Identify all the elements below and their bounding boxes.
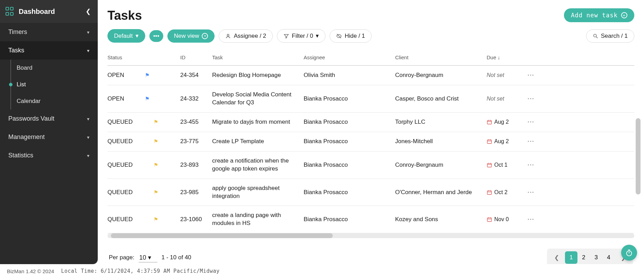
horizontal-scrollbar[interactable]: [107, 233, 634, 238]
view-default-button[interactable]: Default ▾: [107, 29, 145, 43]
chevron-down-icon: ▾: [87, 153, 89, 158]
table-row[interactable]: QUEUED ⚑ 23-893 create a notification wh…: [107, 151, 634, 179]
task-title[interactable]: create a notification when the google ap…: [212, 157, 304, 173]
sidebar-group-management[interactable]: Management ▾: [0, 128, 98, 146]
column-due[interactable]: Due ↓: [487, 54, 524, 60]
filter-icon: [284, 33, 289, 39]
table-row[interactable]: QUEUED ⚑ 23-1060 create a landing page w…: [107, 206, 634, 233]
assignee-name[interactable]: Bianka Prosacco: [304, 138, 395, 145]
due-cell[interactable]: Aug 2: [487, 138, 524, 145]
row-more-button[interactable]: ···: [524, 216, 538, 223]
task-title[interactable]: Create LP Template: [212, 138, 304, 146]
per-page-select[interactable]: 10 ▾: [139, 253, 157, 262]
flag-icon[interactable]: ⚑: [154, 138, 158, 145]
sidebar-group-statistics[interactable]: Statistics ▾: [0, 146, 98, 165]
client-name[interactable]: Kozey and Sons: [395, 216, 487, 223]
timer-fab-button[interactable]: [621, 245, 637, 261]
pager-page-button[interactable]: 1: [565, 251, 577, 264]
pager-page-button[interactable]: 3: [590, 251, 602, 264]
svg-rect-12: [487, 163, 491, 167]
sidebar-group-tasks[interactable]: Tasks ▾: [0, 41, 98, 60]
row-more-button[interactable]: ···: [524, 119, 538, 125]
new-view-button[interactable]: New view +: [167, 29, 215, 43]
task-title[interactable]: Develop Social Media Content Calendar fo…: [212, 91, 304, 107]
calendar-icon: [487, 162, 492, 168]
row-more-button[interactable]: ···: [524, 72, 538, 79]
task-title[interactable]: create a landing page with modules in HS: [212, 211, 304, 227]
task-title[interactable]: apply google spreadsheet integration: [212, 184, 304, 200]
client-name[interactable]: Torphy LLC: [395, 119, 487, 125]
column-status[interactable]: Status: [107, 54, 180, 60]
sidebar-group-label: Timers: [8, 28, 27, 36]
sidebar-group-label: Passwords Vault: [8, 115, 54, 122]
row-more-button[interactable]: ···: [524, 95, 538, 102]
assignee-name[interactable]: Bianka Prosacco: [304, 216, 395, 223]
sidebar-item-calendar[interactable]: Calendar: [10, 93, 98, 110]
assignee-name[interactable]: Olivia Smith: [304, 72, 395, 79]
table-row[interactable]: OPEN ⚑ 24-354 Redesign Blog Homepage Oli…: [107, 66, 634, 85]
search-button[interactable]: Search / 1: [586, 29, 635, 43]
due-cell[interactable]: Oct 2: [487, 189, 524, 196]
column-task[interactable]: Task: [212, 54, 304, 60]
filter-button[interactable]: Filter / 0 ▾: [277, 29, 325, 43]
table-row[interactable]: OPEN ⚑ 24-332 Develop Social Media Conte…: [107, 85, 634, 113]
pager-prev-button[interactable]: ❮: [550, 251, 563, 264]
due-not-set: Not set: [487, 96, 504, 102]
task-id: 23-1060: [180, 216, 212, 223]
task-title[interactable]: Redesign Blog Homepage: [212, 71, 304, 79]
table-row[interactable]: QUEUED ⚑ 23-775 Create LP Template Biank…: [107, 132, 634, 151]
assignee-name[interactable]: Bianka Prosacco: [304, 162, 395, 168]
sidebar-collapse-button[interactable]: ❮: [84, 6, 92, 17]
assignee-name[interactable]: Bianka Prosacco: [304, 95, 395, 102]
client-name[interactable]: O'Conner, Herman and Jerde: [395, 189, 487, 196]
flag-icon[interactable]: ⚑: [154, 189, 158, 196]
sidebar-group-passwords-vault[interactable]: Passwords Vault ▾: [0, 110, 98, 128]
sidebar-item-label: List: [17, 81, 26, 88]
flag-icon[interactable]: ⚑: [154, 119, 158, 125]
flag-icon[interactable]: ⚑: [154, 216, 158, 223]
add-new-task-button[interactable]: Add new task +: [564, 8, 634, 22]
assignee-name[interactable]: Bianka Prosacco: [304, 189, 395, 196]
column-assignee[interactable]: Assignee: [304, 54, 395, 60]
due-cell[interactable]: Not set: [487, 96, 524, 102]
vertical-scrollbar[interactable]: [636, 118, 641, 194]
assignee-name[interactable]: Bianka Prosacco: [304, 119, 395, 125]
svg-point-2: [593, 34, 596, 37]
sidebar-item-label: Calendar: [17, 98, 41, 104]
flag-icon[interactable]: ⚑: [154, 162, 158, 168]
column-id[interactable]: ID: [180, 54, 212, 60]
horizontal-scrollbar-thumb[interactable]: [111, 233, 333, 238]
column-client[interactable]: Client: [395, 54, 487, 60]
client-name[interactable]: Jones-Mitchell: [395, 138, 487, 145]
client-name[interactable]: Conroy-Bergnaum: [395, 162, 487, 168]
flag-icon[interactable]: ⚑: [145, 72, 149, 78]
pager-page-button[interactable]: 2: [577, 251, 590, 264]
sidebar-item-board[interactable]: Board: [10, 60, 98, 76]
pager-page-button[interactable]: 4: [602, 251, 615, 264]
client-name[interactable]: Casper, Bosco and Crist: [395, 95, 487, 102]
sort-desc-icon: ↓: [498, 54, 501, 60]
due-cell[interactable]: Nov 0: [487, 216, 524, 223]
table-row[interactable]: QUEUED ⚑ 23-985 apply google spreadsheet…: [107, 179, 634, 206]
row-more-button[interactable]: ···: [524, 162, 538, 168]
sidebar-group-timers[interactable]: Timers ▾: [0, 23, 98, 41]
status-text: OPEN: [107, 95, 124, 102]
row-more-button[interactable]: ···: [524, 138, 538, 145]
row-more-button[interactable]: ···: [524, 189, 538, 196]
task-title[interactable]: Migrate to dayjs from moment: [212, 118, 304, 126]
client-name[interactable]: Conroy-Bergnaum: [395, 72, 487, 79]
due-date-text: Aug 2: [494, 119, 509, 125]
assignee-filter-button[interactable]: Assignee / 2: [219, 29, 273, 43]
due-cell[interactable]: Aug 2: [487, 119, 524, 125]
task-id: 23-775: [180, 138, 212, 145]
table-row[interactable]: QUEUED ⚑ 23-455 Migrate to dayjs from mo…: [107, 113, 634, 132]
due-cell[interactable]: Not set: [487, 72, 524, 78]
user-icon: [225, 33, 231, 39]
view-more-button[interactable]: •••: [149, 30, 163, 42]
hide-columns-button[interactable]: Hide / 1: [330, 29, 372, 43]
due-cell[interactable]: Oct 1: [487, 162, 524, 168]
sidebar-item-list[interactable]: List: [10, 76, 98, 93]
flag-icon[interactable]: ⚑: [145, 96, 149, 102]
status-bar: BizMan 1.42 © 2024 Local Time: 6/11/2024…: [0, 264, 644, 278]
local-time-label: Local Time: 6/11/2024, 4:37:59 AM Pacifi…: [61, 268, 219, 274]
